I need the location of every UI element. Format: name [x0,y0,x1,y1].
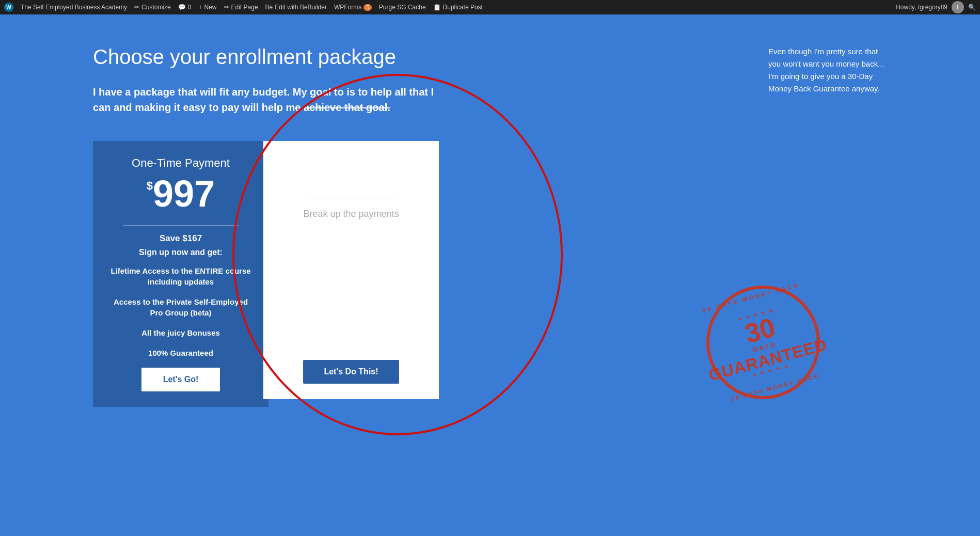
plan-divider [308,198,394,198]
duplicate-post-link[interactable]: 📋 Duplicate Post [433,4,483,11]
be-builder-label: Edit with BeBuilder [275,4,327,11]
card-divider [123,225,239,226]
wpforms-label: WPForms [334,4,361,11]
price-dollar: $ [147,179,153,193]
edit-page-label: Edit Page [231,4,258,11]
side-note-text: Even though I'm pretty sure that you won… [768,47,884,93]
be-builder-link[interactable]: Be Edit with BeBuilder [265,4,327,11]
customize-link[interactable]: ✏ Customize [134,4,171,11]
save-text: Save $167 [160,233,202,244]
customize-icon: ✏ [134,4,139,11]
purge-cache-link[interactable]: Purge SG Cache [379,4,426,11]
card-one-time: One-Time Payment $ 997 Save $167 Sign up… [93,141,268,407]
plus-icon: + [198,4,202,11]
avatar: t [952,1,964,13]
new-label: New [204,4,217,11]
lets-do-this-button[interactable]: Let's Do This! [303,360,399,384]
stamp-outer: 30 DAYS MONEY BACK ★ ★ ★ ★ ★ 30 DAYS GUA… [693,273,832,412]
guarantee-stamp: 30 DAYS MONEY BACK ★ ★ ★ ★ ★ 30 DAYS GUA… [706,286,820,399]
cards-container: One-Time Payment $ 997 Save $167 Sign up… [93,141,887,407]
price-container: $ 997 [147,175,215,212]
site-name[interactable]: The Self Employed Business Academy [21,4,127,11]
edit-icon: ✏ [224,4,229,11]
card-one-time-title: One-Time Payment [132,156,230,170]
be-icon: Be [265,4,273,11]
comments-count: 0 [188,4,192,11]
edit-page-link[interactable]: ✏ Edit Page [224,4,258,11]
page-subtitle: I have a package that will fit any budge… [93,84,454,115]
main-content: Even though I'm pretty sure that you won… [0,14,980,521]
howdy-text: Howdy, tgregory89 [896,4,947,11]
lets-go-button[interactable]: Let's Go! [141,368,220,391]
strikethrough-text: achieve that goal. [304,102,390,113]
feature-guaranteed: 100% Guaranteed [148,348,213,358]
duplicate-icon: 📋 [433,4,441,11]
duplicate-post-label: Duplicate Post [443,4,483,11]
price-amount: 997 [153,175,215,212]
signup-text: Sign up now and get: [139,248,223,257]
feature-group: Access to the Private Self-Employed Pro … [108,296,253,318]
side-note: Even though I'm pretty sure that you won… [768,45,887,95]
site-name-label: The Self Employed Business Academy [21,4,127,11]
feature-lifetime: Lifetime Access to the ENTIRE course inc… [108,265,253,287]
new-link[interactable]: + New [198,4,216,11]
admin-bar: W The Self Employed Business Academy ✏ C… [0,0,980,14]
wordpress-icon: W [4,3,13,12]
break-text: Break up the payments [303,209,399,219]
purge-cache-label: Purge SG Cache [379,4,426,11]
customize-label: Customize [141,4,171,11]
search-icon[interactable]: 🔍 [968,4,976,11]
comments-icon: 💬 [178,4,186,11]
card-payment-plan: Break up the payments Let's Do This! [263,141,439,399]
comments-link[interactable]: 💬 0 [178,4,192,11]
wpforms-badge: 5 [363,4,372,11]
wpforms-link[interactable]: WPForms 5 [334,4,372,11]
wp-logo[interactable]: W [4,3,13,12]
feature-bonuses: All the juicy Bonuses [141,327,220,338]
admin-bar-right: Howdy, tgregory89 t 🔍 [896,1,976,13]
